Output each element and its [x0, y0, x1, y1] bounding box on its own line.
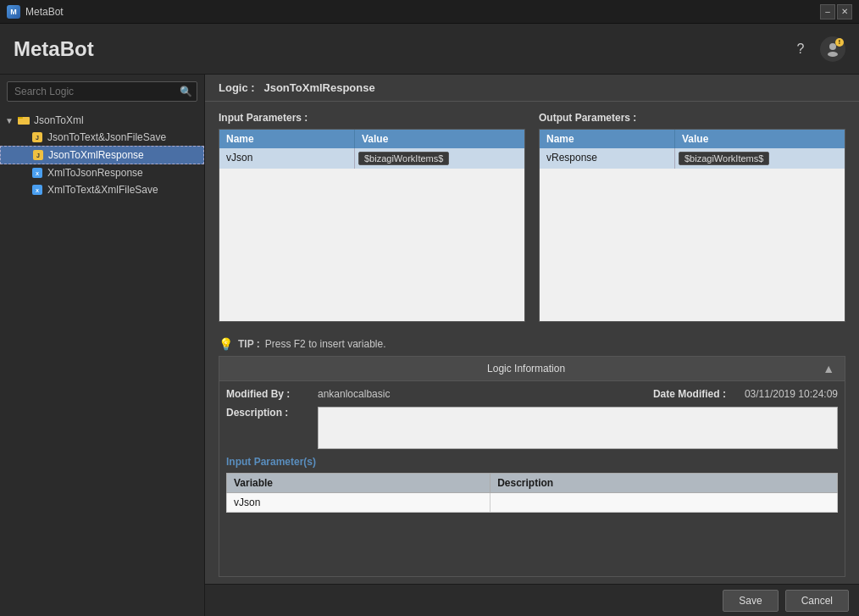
svg-text:X: X — [36, 188, 39, 193]
tree-container: ▼ JsonToXml ► J JsonToText&JsonFileSave … — [0, 108, 204, 616]
input-params-section-title: Input Parameter(s) — [226, 456, 838, 468]
tree-item-xmltotextxmlfilesave[interactable]: ► X XmlToText&XmlFileSave — [0, 181, 204, 198]
modified-by-value: ankanlocalbasic — [318, 388, 390, 400]
svg-rect-3 — [18, 117, 23, 119]
svg-text:J: J — [36, 153, 40, 158]
logic-info-title: Logic Information — [230, 363, 823, 375]
app-icon: M — [7, 5, 20, 19]
inner-table-row-0: vJson — [227, 493, 838, 513]
search-input[interactable] — [7, 81, 197, 102]
inner-col-description: Description — [490, 474, 838, 493]
search-box: 🔍 — [7, 81, 197, 102]
output-cell-name-0: vResponse — [540, 148, 675, 169]
inner-cell-description-0 — [490, 493, 838, 513]
date-modified-value: 03/11/2019 10:24:09 — [745, 388, 838, 400]
inner-table-body: vJson — [227, 493, 838, 513]
main-layout: 🔍 ▼ JsonToXml ► J JsonToText&JsonFileSav… — [0, 75, 859, 616]
xml-icon-1: X — [30, 166, 44, 180]
output-params-table: Output Parameters : Name Value vResponse… — [539, 112, 845, 322]
logic-info-panel: Logic Information ▲ Modified By : ankanl… — [219, 356, 845, 577]
app-title: MetaBot — [14, 37, 94, 61]
tip-text: Press F2 to insert variable. — [265, 338, 386, 350]
tree-item-jsontotextjsonfilesave[interactable]: ► J JsonToText&JsonFileSave — [0, 129, 204, 146]
output-params-title: Output Parameters : — [539, 112, 845, 124]
title-bar-left: M MetaBot — [7, 5, 64, 19]
tree-label-xmltotextxmlfilesave: XmlToText&XmlFileSave — [47, 184, 158, 196]
output-params-grid: Name Value vResponse $bizagiWorkItems$ — [539, 129, 845, 322]
output-value-tag-0[interactable]: $bizagiWorkItems$ — [679, 152, 769, 165]
cancel-button[interactable]: Cancel — [785, 590, 849, 612]
title-bar-controls: – ✕ — [820, 4, 852, 19]
tree-item-jsontoxmlresponse[interactable]: ► J JsonToXmlResponse — [0, 146, 204, 164]
input-col-value: Value — [355, 130, 524, 148]
inner-cell-variable-0: vJson — [227, 493, 490, 513]
output-grid-body — [540, 169, 845, 321]
tree-label-jsontotextjsonfilesave: JsonToText&JsonFileSave — [47, 131, 166, 143]
footer: Save Cancel — [205, 584, 859, 616]
logic-info-scroll-icon: ▲ — [823, 362, 834, 375]
tip-label: TIP : — [238, 338, 260, 350]
content-area: Logic : JsonToXmlResponse Input Paramete… — [205, 75, 859, 616]
header-icons: ? ! — [788, 36, 845, 62]
tree-item-xmltojsonresponse[interactable]: ► X XmlToJsonResponse — [0, 164, 204, 181]
description-row: Description : — [226, 407, 838, 449]
output-col-name: Name — [540, 130, 675, 148]
input-params-header: Name Value — [219, 130, 524, 148]
info-meta-row: Modified By : ankanlocalbasic Date Modif… — [226, 388, 838, 400]
close-button[interactable]: ✕ — [837, 4, 852, 19]
logic-name: JsonToXmlResponse — [263, 81, 374, 94]
tree-toggle-jsontoxml[interactable]: ▼ — [3, 114, 15, 126]
logic-label: Logic : — [219, 81, 255, 94]
svg-text:X: X — [36, 171, 39, 176]
input-params-inner-table: Variable Description vJson — [226, 473, 838, 513]
input-params-section: Input Parameter(s) Variable Description … — [226, 456, 838, 513]
search-icon: 🔍 — [180, 86, 192, 97]
inner-col-variable: Variable — [227, 474, 490, 493]
input-cell-value-0[interactable]: $bizagiWorkItems$ — [355, 148, 524, 169]
output-col-value: Value — [675, 130, 845, 148]
save-button[interactable]: Save — [723, 590, 778, 612]
tip-icon: 💡 — [219, 337, 233, 351]
input-grid-body — [219, 169, 524, 321]
help-button[interactable]: ? — [788, 36, 813, 62]
notification-badge: ! — [835, 38, 844, 47]
output-cell-value-0[interactable]: $bizagiWorkItems$ — [675, 148, 845, 169]
title-bar-title: MetaBot — [25, 6, 64, 18]
svg-point-1 — [828, 52, 838, 57]
svg-text:J: J — [36, 135, 39, 141]
params-area: Input Parameters : Name Value vJson $biz… — [205, 102, 859, 332]
date-modified-group: Date Modified : 03/11/2019 10:24:09 — [653, 388, 838, 400]
description-label: Description : — [226, 407, 311, 419]
json-icon-2: J — [31, 148, 45, 162]
json-icon-1: J — [30, 130, 44, 144]
sidebar: 🔍 ▼ JsonToXml ► J JsonToText&JsonFileSav… — [0, 75, 205, 616]
modified-by-group: Modified By : ankanlocalbasic — [226, 388, 390, 400]
xml-icon-2: X — [30, 183, 44, 197]
output-row-0: vResponse $bizagiWorkItems$ — [540, 148, 845, 169]
logic-info-body: Modified By : ankanlocalbasic Date Modif… — [219, 381, 845, 576]
output-params-header: Name Value — [540, 130, 845, 148]
tip-area: 💡 TIP : Press F2 to insert variable. — [205, 332, 859, 356]
input-params-title: Input Parameters : — [219, 112, 525, 124]
tree-item-jsontoxml[interactable]: ▼ JsonToXml — [0, 112, 204, 129]
input-value-tag-0[interactable]: $bizagiWorkItems$ — [358, 152, 449, 165]
input-params-table: Input Parameters : Name Value vJson $biz… — [219, 112, 525, 322]
date-modified-label: Date Modified : — [653, 388, 738, 400]
input-cell-name-0: vJson — [219, 148, 355, 169]
input-col-name: Name — [219, 130, 355, 148]
tree-label-jsontoxmlresponse: JsonToXmlResponse — [48, 149, 144, 161]
modified-by-label: Modified By : — [226, 388, 311, 400]
header: MetaBot ? ! — [0, 24, 859, 75]
input-row-0: vJson $bizagiWorkItems$ — [219, 148, 524, 169]
user-notif-button[interactable]: ! — [820, 36, 845, 62]
description-textarea[interactable] — [318, 407, 838, 449]
tree-label-jsontoxml: JsonToXml — [34, 114, 84, 126]
tree-label-xmltojsonresponse: XmlToJsonResponse — [47, 167, 143, 179]
title-bar: M MetaBot – ✕ — [0, 0, 859, 24]
logic-header: Logic : JsonToXmlResponse — [205, 75, 859, 102]
input-params-grid: Name Value vJson $bizagiWorkItems$ — [219, 129, 525, 322]
minimize-button[interactable]: – — [820, 4, 835, 19]
logic-info-header: Logic Information ▲ — [219, 357, 845, 381]
inner-table-header-row: Variable Description — [227, 474, 838, 493]
folder-icon — [17, 114, 30, 127]
